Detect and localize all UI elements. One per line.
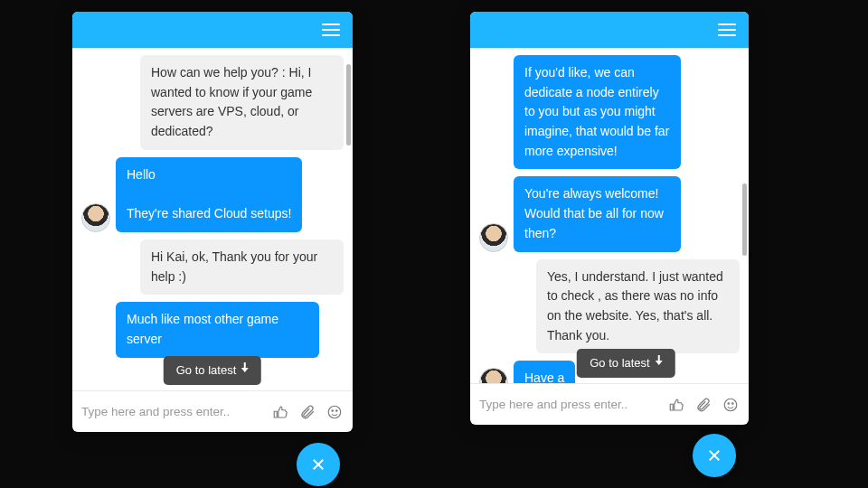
message-row: How can we help you? : Hi, I wanted to k…	[81, 55, 344, 150]
message-input[interactable]	[479, 398, 658, 411]
message-row: If you'd like, we can dedicate a node en…	[479, 55, 740, 169]
agent-avatar	[479, 368, 508, 383]
svg-point-0	[328, 406, 341, 418]
message-row: Much like most other game server	[81, 302, 344, 357]
emoji-icon[interactable]	[326, 403, 344, 421]
thumbs-up-icon[interactable]	[667, 396, 685, 414]
chat-window-right: If you'd like, we can dedicate a node en…	[470, 12, 749, 425]
chat-body[interactable]: If you'd like, we can dedicate a node en…	[470, 48, 749, 383]
message-row: Yes, I understand. I just wanted to chec…	[479, 259, 740, 354]
message-bubble: Yes, I understand. I just wanted to chec…	[536, 259, 740, 354]
scrollbar-thumb[interactable]	[346, 64, 351, 145]
message-bubble: You're always welcome! Would that be all…	[514, 176, 681, 251]
emoji-icon[interactable]	[722, 396, 740, 414]
chat-footer	[72, 390, 353, 432]
svg-point-3	[724, 399, 737, 411]
message-row: Hello They're shared Cloud setups!	[81, 157, 344, 232]
svg-point-2	[336, 409, 338, 411]
close-chat-button[interactable]	[693, 434, 736, 477]
arrow-down-icon	[241, 368, 249, 372]
chat-footer	[470, 383, 749, 425]
go-to-latest-button[interactable]: Go to latest	[164, 356, 261, 385]
thumbs-up-icon[interactable]	[271, 403, 289, 421]
message-input[interactable]	[81, 405, 262, 418]
menu-icon[interactable]	[718, 23, 736, 36]
scrollbar-thumb[interactable]	[742, 183, 747, 256]
chat-window-left: How can we help you? : Hi, I wanted to k…	[72, 12, 353, 432]
chat-body[interactable]: How can we help you? : Hi, I wanted to k…	[72, 48, 353, 390]
message-row: Hi Kai, ok, Thank you for your help :)	[81, 239, 344, 295]
go-to-latest-label: Go to latest	[590, 354, 649, 372]
agent-avatar	[479, 223, 508, 252]
message-bubble: Have a	[514, 361, 575, 383]
menu-icon[interactable]	[322, 23, 340, 36]
go-to-latest-label: Go to latest	[176, 361, 236, 380]
svg-point-1	[332, 409, 334, 411]
message-row: You're always welcome! Would that be all…	[479, 176, 740, 251]
attachment-icon[interactable]	[694, 396, 712, 414]
arrow-down-icon	[656, 361, 663, 365]
close-chat-button[interactable]	[297, 443, 340, 486]
chat-header	[470, 12, 749, 48]
attachment-icon[interactable]	[298, 403, 316, 421]
message-bubble: How can we help you? : Hi, I wanted to k…	[140, 55, 344, 150]
go-to-latest-button[interactable]: Go to latest	[577, 349, 675, 378]
svg-point-4	[728, 402, 730, 404]
message-bubble: Hello They're shared Cloud setups!	[116, 157, 302, 232]
message-bubble: Much like most other game server	[116, 302, 319, 357]
chat-header	[72, 12, 353, 48]
agent-avatar	[81, 203, 110, 232]
svg-point-5	[732, 402, 734, 404]
message-bubble: If you'd like, we can dedicate a node en…	[514, 55, 681, 169]
message-bubble: Hi Kai, ok, Thank you for your help :)	[140, 239, 344, 295]
